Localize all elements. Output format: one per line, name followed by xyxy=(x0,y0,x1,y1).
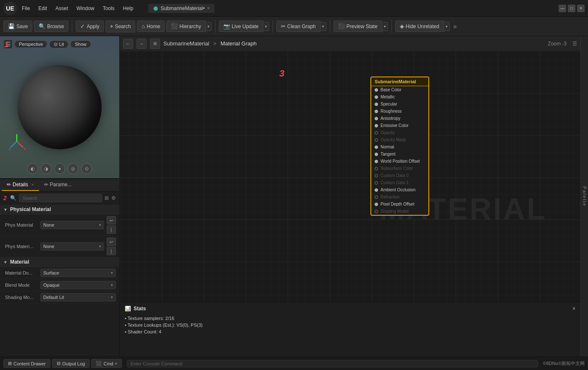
save-button[interactable]: 💾 Save xyxy=(3,21,32,32)
node-pin-0[interactable]: Base Color xyxy=(371,86,428,93)
phys-material-label: Phys Material xyxy=(5,222,39,227)
pin-label-7: Opacity Mask xyxy=(381,137,406,142)
shading-model-value[interactable]: Default Lit ▾ xyxy=(40,293,116,301)
graph-canvas[interactable]: 3 MATERIAL SubmarineMaterial Base ColorM… xyxy=(120,51,580,302)
pin-label-16: Pixel Depth Offset xyxy=(381,202,414,206)
menu-edit[interactable]: Edit xyxy=(37,5,49,12)
hide-unrelated-arrow[interactable]: ▾ xyxy=(444,22,450,31)
home-button[interactable]: ⌂ Home xyxy=(137,21,165,32)
tab-close-button[interactable]: × xyxy=(207,6,210,11)
menu-tools[interactable]: Tools xyxy=(101,5,116,12)
viewport-icon-4[interactable]: ◎ xyxy=(68,163,79,174)
material-node[interactable]: SubmarineMaterial Base ColorMetallicSpec… xyxy=(370,77,429,216)
node-pin-3[interactable]: Roughness xyxy=(371,108,428,115)
maximize-button[interactable]: □ xyxy=(568,5,575,12)
live-update-dropdown[interactable]: 📷 Live Update ▾ xyxy=(219,21,269,32)
search-button[interactable]: ⌖ Search xyxy=(105,21,135,32)
pin-dot-0 xyxy=(375,88,378,92)
close-button[interactable]: × xyxy=(577,5,585,12)
browse-button[interactable]: 🔍 Browse xyxy=(34,21,68,32)
blend-mode-value[interactable]: Opaque ▾ xyxy=(40,281,116,289)
material-tab[interactable]: ⬤ SubmarineMaterial• × xyxy=(148,4,215,13)
live-update-arrow[interactable]: ▾ xyxy=(263,22,269,31)
hide-unrelated-button[interactable]: ◈ Hide Unrelated xyxy=(395,21,444,32)
node-pin-4[interactable]: Anisotropy xyxy=(371,115,428,122)
preview-state-arrow[interactable]: ▾ xyxy=(382,22,388,31)
show-button[interactable]: Show xyxy=(70,40,91,48)
title-bar: UE File Edit Asset Window Tools Help ⬤ S… xyxy=(0,0,588,17)
clean-graph-label: Clean Graph xyxy=(287,24,316,29)
clean-graph-dropdown[interactable]: ✂ Clean Graph ▾ xyxy=(276,21,326,32)
phys-material2-arrow-btn[interactable]: ↩ xyxy=(107,238,116,246)
forward-button[interactable]: → xyxy=(136,39,147,49)
viewport-icon-3[interactable]: ● xyxy=(54,163,65,174)
graph-settings-icon[interactable]: ☰ xyxy=(572,41,577,47)
palette-sidebar[interactable]: Palette xyxy=(580,36,588,357)
hide-unrelated-dropdown[interactable]: ◈ Hide Unrelated ▾ xyxy=(395,21,450,32)
node-pin-14[interactable]: Ambient Occlusion xyxy=(371,186,428,193)
details-tab-close[interactable]: × xyxy=(32,182,34,187)
clean-graph-arrow[interactable]: ▾ xyxy=(320,22,326,31)
back-button[interactable]: ← xyxy=(123,39,133,49)
minimize-button[interactable]: — xyxy=(559,5,566,12)
node-pin-1[interactable]: Metallic xyxy=(371,93,428,100)
node-pin-15[interactable]: Refraction xyxy=(371,193,428,201)
material-domain-label: Material Do... xyxy=(5,270,39,275)
node-pin-2[interactable]: Specular xyxy=(371,100,428,108)
lit-button[interactable]: ⊙ Lit xyxy=(49,40,68,48)
fit-view-button[interactable]: ⊞ xyxy=(150,39,160,49)
node-pin-8[interactable]: Normal xyxy=(371,143,428,151)
viewport-icon-1[interactable]: ◐ xyxy=(27,163,38,174)
phys-material2-value[interactable]: None ▾ xyxy=(40,242,104,251)
apply-button[interactable]: ✓ Apply xyxy=(76,21,104,32)
node-pin-12[interactable]: Custom Data 0 xyxy=(371,172,428,179)
hierarchy-dropdown[interactable]: ⬛ Hierarchy ▾ xyxy=(166,21,211,32)
preview-state-button[interactable]: ⬛ Preview State xyxy=(333,21,382,32)
node-pin-16[interactable]: Pixel Depth Offset xyxy=(371,201,428,208)
output-log-button[interactable]: ⊟ Output Log xyxy=(52,359,89,368)
pin-dot-10 xyxy=(375,160,378,163)
node-pin-5[interactable]: Emissive Color xyxy=(371,122,428,129)
node-pin-17[interactable]: Shading Model xyxy=(371,208,428,215)
viewport-icon-5[interactable]: ⊙ xyxy=(81,163,92,174)
clean-graph-button[interactable]: ✂ Clean Graph xyxy=(276,21,320,32)
menu-asset[interactable]: Asset xyxy=(54,5,70,12)
preview-state-dropdown[interactable]: ⬛ Preview State ▾ xyxy=(333,21,388,32)
content-drawer-button[interactable]: ⊞ Content Drawer xyxy=(3,359,50,368)
node-pin-9[interactable]: Tangent xyxy=(371,151,428,158)
menu-file[interactable]: File xyxy=(20,5,32,12)
hierarchy-arrow[interactable]: ▾ xyxy=(206,22,212,31)
phys-material-arrow-btn[interactable]: ↩ xyxy=(107,216,116,225)
stats-close-button[interactable]: × xyxy=(572,306,575,312)
tab-parameters[interactable]: ✏ Parame... xyxy=(39,179,77,191)
menu-help[interactable]: Help xyxy=(121,5,135,12)
search-input[interactable] xyxy=(19,194,102,202)
node-pin-13[interactable]: Custom Data 1 xyxy=(371,179,428,186)
tab-details[interactable]: ✏ Details × xyxy=(2,179,39,191)
tab-icon: ⬤ xyxy=(153,6,158,11)
grid-view-icon[interactable]: ⊞ xyxy=(105,195,109,201)
phys-material-pipe-btn[interactable]: | xyxy=(107,225,116,234)
phys-material2-pipe-btn[interactable]: | xyxy=(107,247,116,255)
viewport-icon-2[interactable]: ◑ xyxy=(41,163,52,174)
node-pin-6[interactable]: Opacity xyxy=(371,129,428,136)
node-pin-7[interactable]: Opacity Mask xyxy=(371,136,428,143)
cmd-button[interactable]: ⬛ Cmd ▾ xyxy=(91,359,121,368)
more-options-button[interactable]: » xyxy=(453,23,457,30)
physical-material-section[interactable]: ▼ Physical Material xyxy=(0,205,119,214)
dropdown-arrow-icon: ▾ xyxy=(99,223,101,227)
menu-window[interactable]: Window xyxy=(75,5,96,12)
phys-material-value[interactable]: None ▾ xyxy=(40,221,104,229)
perspective-button[interactable]: Perspective xyxy=(14,40,47,48)
live-update-button[interactable]: 📷 Live Update xyxy=(219,21,263,32)
material-domain-value[interactable]: Surface ▾ xyxy=(40,269,116,277)
breadcrumb-root[interactable]: SubmarineMaterial xyxy=(163,40,209,47)
hierarchy-button[interactable]: ⬛ Hierarchy xyxy=(166,21,205,32)
settings-icon[interactable]: ⚙ xyxy=(111,195,116,201)
console-input[interactable]: Enter Console Command xyxy=(127,360,538,367)
node-pin-11[interactable]: Subsurface Color xyxy=(371,165,428,172)
material-section[interactable]: ▼ Material xyxy=(0,257,119,267)
pin-dot-5 xyxy=(375,124,378,127)
search-icon: 🔍 xyxy=(10,195,16,201)
node-pin-10[interactable]: World Position Offset xyxy=(371,158,428,165)
